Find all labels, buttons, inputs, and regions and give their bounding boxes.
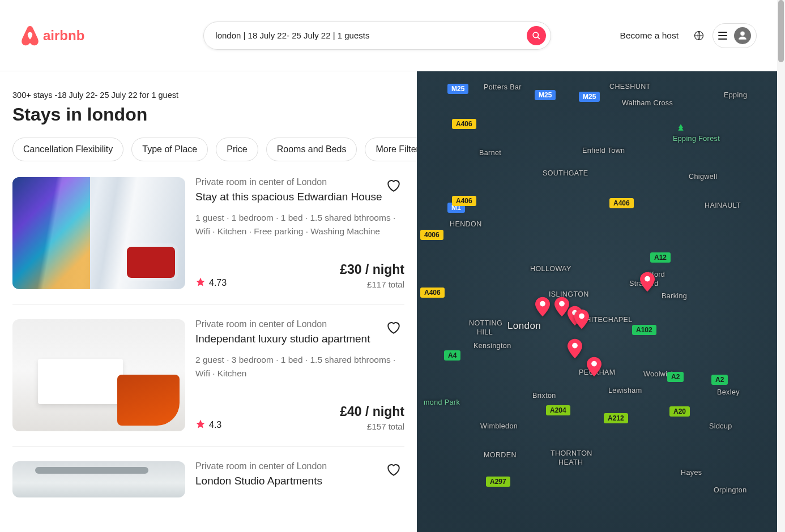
- listing-card[interactable]: Private room in center of London Indepen…: [12, 319, 404, 447]
- listing-price: £40 / night: [340, 404, 404, 419]
- map-road-badge: A20: [669, 406, 690, 417]
- map-place-label: Brixton: [532, 392, 556, 400]
- listing-title: Independant luxury studio apartment: [195, 333, 404, 345]
- results-summary: 300+ stays -18 July 22- 25 July 22 for 1…: [12, 91, 404, 100]
- map-place-label: SOUTHGATE: [543, 169, 588, 177]
- map-road-badge: A12: [650, 252, 671, 263]
- listing-card[interactable]: Private room in center of London London …: [12, 461, 404, 512]
- search-bar[interactable]: london | 18 July 22- 25 July 22 | 1 gues…: [203, 22, 551, 50]
- map-road-badge: A406: [452, 119, 476, 129]
- brand-name: airbnb: [43, 28, 84, 44]
- results-heading: Stays in london: [12, 104, 404, 125]
- map-place-label: Potters Bar: [484, 83, 522, 91]
- listing-eyebrow: Private room in center of London: [195, 461, 404, 471]
- map-place-label: Epping: [724, 91, 747, 99]
- globe-icon: [694, 31, 704, 41]
- map-place-label: Lewisham: [608, 387, 642, 394]
- map-place-label: Hayes: [681, 469, 702, 477]
- rating-value: 4.73: [209, 278, 227, 288]
- svg-point-1: [540, 301, 545, 307]
- results-panel: 300+ stays -18 July 22- 25 July 22 for 1…: [0, 71, 417, 532]
- park-icon: [676, 123, 685, 134]
- map-place-label: HENDON: [450, 220, 482, 228]
- map-road-badge: A2: [711, 375, 728, 385]
- map-place-label: Sidcup: [709, 422, 732, 430]
- listing-photo[interactable]: [12, 319, 185, 431]
- map-road-badge: A212: [604, 413, 628, 423]
- hamburger-icon: [718, 32, 727, 40]
- save-heart-icon[interactable]: [386, 462, 401, 477]
- search-button[interactable]: [527, 26, 546, 45]
- map-place-label: HOLLOWAY: [530, 265, 571, 273]
- map-place-label: Kensington: [473, 342, 511, 350]
- svg-point-5: [572, 343, 578, 349]
- listing-total: £117 total: [340, 280, 404, 289]
- page-scrollbar[interactable]: [777, 0, 785, 532]
- map-road-badge: A204: [546, 405, 570, 415]
- map-road-badge: A406: [452, 196, 476, 206]
- map-canvas[interactable]: [417, 71, 777, 532]
- listing-rating: 4.73: [195, 277, 227, 289]
- header-right: Become a host: [613, 23, 757, 48]
- save-heart-icon[interactable]: [386, 320, 401, 335]
- map-place-label: HILL: [477, 328, 493, 336]
- map-place-label: Barnet: [479, 149, 501, 157]
- filter-cancellation[interactable]: Cancellation Flexibility: [12, 138, 123, 161]
- map-place-label: HAINAULT: [705, 201, 741, 209]
- become-host-link[interactable]: Become a host: [613, 25, 685, 46]
- avatar-icon: [734, 27, 751, 44]
- filter-bar: Cancellation Flexibility Type of Place P…: [12, 138, 404, 161]
- map-place-label: NOTTING: [469, 319, 502, 327]
- listing-total: £157 total: [340, 422, 404, 431]
- map-pin[interactable]: [640, 272, 655, 292]
- map-place-label: Enfield Town: [582, 147, 625, 155]
- search-text: london | 18 July 22- 25 July 22 | 1 gues…: [215, 31, 527, 40]
- map-pin[interactable]: [568, 338, 582, 359]
- listing-price: £30 / night: [340, 262, 404, 277]
- map-pin[interactable]: [587, 357, 601, 377]
- map-road-badge: A406: [420, 288, 445, 298]
- filter-price[interactable]: Price: [216, 138, 258, 161]
- listing-features: 2 guest · 3 bedroom · 1 bed · 1.5 shared…: [195, 353, 404, 380]
- svg-point-6: [591, 361, 597, 367]
- map-road-badge: 4006: [420, 230, 443, 240]
- svg-point-7: [645, 276, 650, 282]
- profile-menu[interactable]: [713, 23, 757, 48]
- listing-card[interactable]: Private room in center of London Stay at…: [12, 177, 404, 304]
- star-icon: [195, 419, 206, 431]
- listing-rating: 4.3: [195, 419, 221, 431]
- map-place-label: Orpington: [714, 486, 747, 494]
- listing-features: 1 guest · 1 bedroom · 1 bed · 1.5 shared…: [195, 211, 404, 238]
- listing-eyebrow: Private room in center of London: [195, 177, 404, 187]
- listing-title: London Studio Apartments: [195, 475, 404, 487]
- map-place-label: mond Park: [424, 398, 460, 406]
- map-place-label: HEATH: [558, 458, 583, 466]
- map-place-label: Wimbledon: [480, 422, 518, 430]
- map-road-badge: A2: [667, 372, 684, 382]
- site-header: airbnb london | 18 July 22- 25 July 22 |…: [0, 0, 777, 71]
- svg-point-4: [579, 314, 585, 319]
- map-road-badge: M25: [579, 92, 600, 102]
- listing-eyebrow: Private room in center of London: [195, 319, 404, 329]
- map-road-badge: A102: [632, 325, 656, 335]
- listing-photo[interactable]: [12, 177, 185, 289]
- filter-type[interactable]: Type of Place: [131, 138, 208, 161]
- map-pin[interactable]: [574, 309, 589, 329]
- filter-rooms[interactable]: Rooms and Beds: [266, 138, 357, 161]
- map-road-badge: A4: [444, 350, 460, 361]
- svg-point-2: [559, 301, 565, 307]
- map-road-badge: M25: [447, 84, 468, 94]
- map-road-badge: M25: [535, 90, 556, 100]
- map-panel[interactable]: London Potters BarCHESHUNTWaltham CrossE…: [417, 71, 777, 532]
- airbnb-icon: [20, 25, 40, 46]
- map-city-label: London: [507, 320, 541, 332]
- listing-photo[interactable]: [12, 461, 185, 497]
- scrollbar-thumb[interactable]: [778, 0, 784, 62]
- map-place-label: Epping Forest: [673, 135, 720, 143]
- save-heart-icon[interactable]: [386, 178, 401, 193]
- map-place-label: CHESHUNT: [609, 83, 651, 91]
- language-button[interactable]: [693, 30, 705, 41]
- map-pin[interactable]: [535, 297, 550, 317]
- filter-more[interactable]: More Filters: [365, 138, 417, 161]
- brand-logo[interactable]: airbnb: [20, 25, 84, 46]
